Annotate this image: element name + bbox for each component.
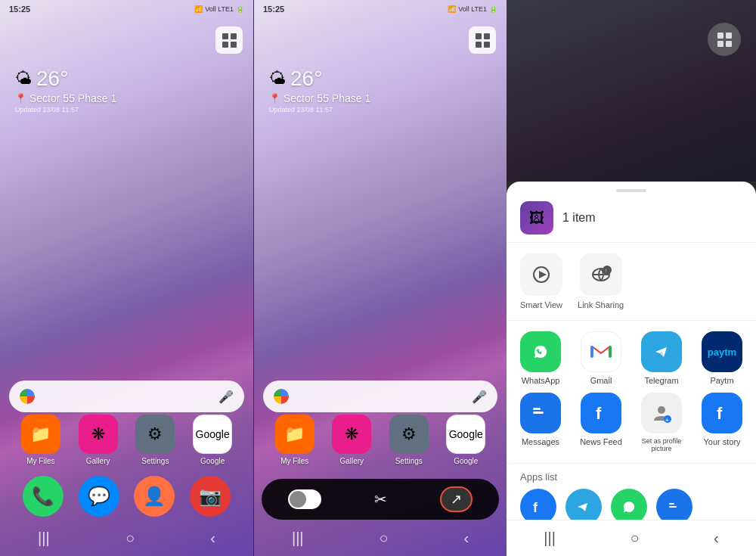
paytm-label: Paytm bbox=[710, 376, 733, 385]
app-dock-1: 📁 My Files ❋ Gallery ⚙ Settings Google G… bbox=[0, 415, 253, 465]
panel-nav-home[interactable]: ○ bbox=[630, 530, 639, 547]
share-apps-grid: WhatsApp Gmail bbox=[507, 321, 756, 464]
pin-icon-1: 📍 bbox=[15, 93, 26, 104]
yourstory-icon: f bbox=[702, 393, 742, 433]
gallery-icon-1: ❋ bbox=[79, 415, 118, 454]
phone-icon-1[interactable]: 📞 bbox=[23, 476, 64, 517]
paytm-icon: paytm bbox=[702, 331, 742, 372]
svg-text:f: f bbox=[533, 500, 538, 515]
svg-rect-23 bbox=[669, 503, 674, 505]
status-time-1: 15:25 bbox=[9, 5, 30, 14]
toolbar-share-button[interactable]: ↗ bbox=[440, 486, 472, 512]
share-app-newsfeed[interactable]: f News Feed bbox=[575, 393, 627, 452]
share-app-setprofile[interactable]: + Set as profile picture bbox=[635, 393, 688, 452]
weather-icon-1: 🌤 bbox=[15, 69, 32, 89]
myfiles-icon-1: 📁 bbox=[21, 415, 60, 454]
panel-nav-back[interactable]: ‹ bbox=[714, 530, 719, 547]
pin-icon-2: 📍 bbox=[269, 93, 280, 104]
nav-back-1[interactable]: ‹ bbox=[210, 530, 215, 547]
svg-point-15 bbox=[658, 406, 665, 414]
whatsapp-label: WhatsApp bbox=[522, 376, 560, 385]
google-label-1: Google bbox=[200, 457, 225, 465]
app-settings-2[interactable]: ⚙ Settings bbox=[389, 415, 429, 465]
newsfeed-label: News Feed bbox=[580, 437, 622, 446]
panel-nav-bar: ||| ○ ‹ bbox=[507, 520, 756, 556]
google-label-2: Google bbox=[454, 457, 478, 465]
app-google-2[interactable]: Google Google bbox=[446, 415, 485, 465]
svg-text:+: + bbox=[665, 417, 669, 424]
telegram-label: Telegram bbox=[644, 376, 678, 385]
settings-label-2: Settings bbox=[395, 457, 423, 465]
svg-rect-12 bbox=[533, 412, 544, 414]
newsfeed-icon: f bbox=[581, 393, 621, 433]
phone-screen-2: 15:25 📶 Voll LTE1 🔋 🌤 26° 📍 Sector 55 Ph… bbox=[253, 0, 507, 556]
nav-home-1[interactable]: ○ bbox=[125, 530, 135, 547]
linksharing-label: Link Sharing bbox=[578, 300, 624, 309]
weather-widget-1: 🌤 26° 📍 Sector 55 Phase 1 Updated 23/08 … bbox=[15, 67, 116, 113]
svg-rect-7 bbox=[590, 346, 593, 358]
svg-text:f: f bbox=[596, 404, 602, 423]
toolbar-crop-icon[interactable]: ✂ bbox=[374, 490, 387, 508]
svg-text:f: f bbox=[717, 404, 723, 423]
share-app-whatsapp[interactable]: WhatsApp bbox=[514, 331, 567, 385]
toolbar-overlay: ✂ ↗ bbox=[262, 479, 499, 520]
weather-updated-1: Updated 23/08 11:57 bbox=[15, 106, 116, 113]
svg-rect-8 bbox=[609, 346, 612, 358]
app-settings-1[interactable]: ⚙ Settings bbox=[135, 415, 175, 465]
share-thumbnail: 🖼 bbox=[520, 201, 553, 235]
nav-recents-2[interactable]: ||| bbox=[292, 530, 304, 547]
share-app-messages[interactable]: Messages bbox=[514, 393, 567, 452]
toolbar-toggle[interactable] bbox=[288, 489, 321, 509]
status-bar-2: 15:25 📶 Voll LTE1 🔋 bbox=[254, 0, 507, 18]
messages-share-icon bbox=[520, 393, 561, 433]
panel-grid-button[interactable] bbox=[708, 23, 741, 56]
gallery-label-1: Gallery bbox=[86, 457, 110, 465]
gmail-icon bbox=[581, 331, 621, 372]
app-myfiles-1[interactable]: 📁 My Files bbox=[21, 415, 60, 465]
phone-screen-1: 15:25 📶 Voll LTE1 🔋 🌤 26° 📍 Sector 55 Ph… bbox=[0, 0, 253, 556]
location-text-1: Sector 55 Phase 1 bbox=[29, 92, 116, 104]
grid-button-1[interactable] bbox=[215, 26, 243, 54]
mic-icon-1[interactable]: 🎤 bbox=[218, 390, 234, 404]
weather-icon-2: 🌤 bbox=[269, 69, 286, 89]
share-panel: 🖼 1 item Smart View bbox=[507, 0, 756, 556]
settings-label-1: Settings bbox=[141, 457, 169, 465]
gallery-icon-2: ❋ bbox=[332, 415, 371, 454]
search-bar-2[interactable]: 🎤 bbox=[263, 381, 497, 412]
gmail-label: Gmail bbox=[590, 376, 612, 385]
nav-bar-2: ||| ○ ‹ bbox=[254, 520, 507, 556]
share-app-telegram[interactable]: Telegram bbox=[635, 331, 688, 385]
messages-icon-1[interactable]: 💬 bbox=[79, 476, 119, 517]
app-gallery-2[interactable]: ❋ Gallery bbox=[332, 415, 371, 465]
nav-back-2[interactable]: ‹ bbox=[463, 530, 469, 547]
quick-action-smartview[interactable]: Smart View bbox=[520, 253, 562, 309]
google-icon-1: Google bbox=[193, 415, 232, 454]
nav-home-2[interactable]: ○ bbox=[379, 530, 388, 547]
nav-recents-1[interactable]: ||| bbox=[38, 530, 50, 547]
svg-rect-24 bbox=[669, 506, 677, 508]
camera-icon-1[interactable]: 📷 bbox=[190, 476, 231, 517]
linksharing-icon: ↑ bbox=[580, 253, 622, 296]
app-google-1[interactable]: Google Google bbox=[193, 415, 232, 465]
app-gallery-1[interactable]: ❋ Gallery bbox=[79, 415, 118, 465]
panel-nav-recents[interactable]: ||| bbox=[544, 530, 556, 547]
svg-text:↑: ↑ bbox=[605, 268, 608, 273]
app-myfiles-2[interactable]: 📁 My Files bbox=[275, 415, 314, 465]
mic-icon-2[interactable]: 🎤 bbox=[472, 390, 487, 404]
telegram-icon bbox=[641, 331, 682, 372]
svg-marker-1 bbox=[539, 271, 547, 278]
setprofile-label: Set as profile picture bbox=[635, 437, 688, 452]
location-text-2: Sector 55 Phase 1 bbox=[284, 92, 370, 104]
status-bar-1: 15:25 📶 Voll LTE1 🔋 bbox=[0, 0, 253, 18]
weather-temp-1: 26° bbox=[36, 67, 68, 91]
grid-icon-1 bbox=[222, 33, 237, 48]
share-app-gmail[interactable]: Gmail bbox=[575, 331, 627, 385]
quick-action-linksharing[interactable]: ↑ Link Sharing bbox=[578, 253, 624, 309]
panel-grid-icon bbox=[717, 33, 732, 47]
sheet-header: 🖼 1 item bbox=[507, 192, 756, 243]
grid-button-2[interactable] bbox=[469, 26, 496, 54]
contacts-icon-1[interactable]: 👤 bbox=[134, 476, 175, 517]
share-app-yourstory[interactable]: f Your story bbox=[696, 393, 748, 452]
share-app-paytm[interactable]: paytm Paytm bbox=[696, 331, 748, 385]
search-bar-1[interactable]: 🎤 bbox=[9, 381, 244, 412]
